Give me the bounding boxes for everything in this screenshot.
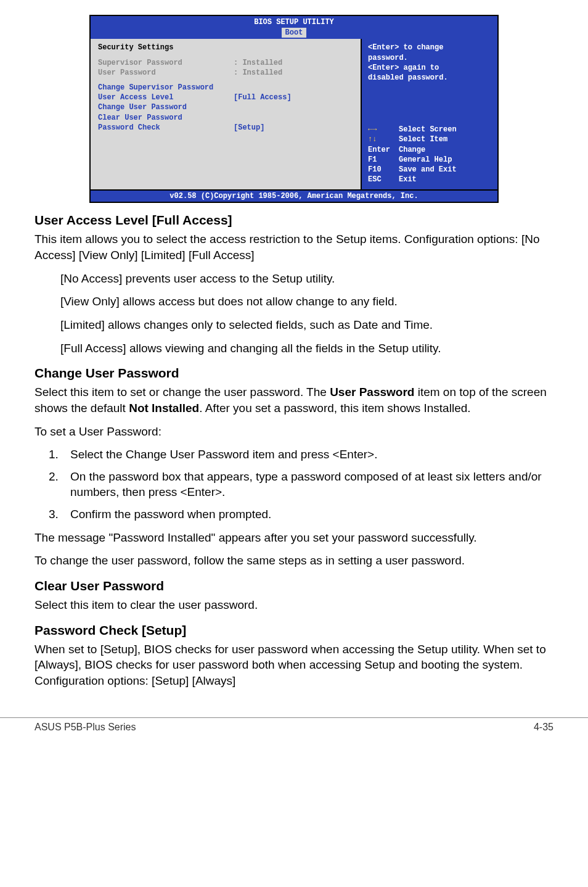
arrows-v-icon: ↑↓ bbox=[368, 134, 399, 144]
bios-key-select-item: Select Item bbox=[399, 134, 447, 144]
step-1: Select the Change User Password item and… bbox=[62, 447, 553, 463]
bios-ual-label: User Access Level bbox=[98, 93, 234, 102]
step-3: Confirm the password when prompted. bbox=[62, 506, 553, 522]
para-ual-desc: This item allows you to select the acces… bbox=[35, 231, 553, 263]
bios-pwcheck-value: [Setup] bbox=[234, 123, 264, 133]
para-cup-desc-d: Not Installed bbox=[129, 402, 199, 415]
bios-change-sup: Change Supervisor Password bbox=[98, 83, 354, 93]
footer-right: 4-35 bbox=[534, 722, 553, 733]
para-cup-desc-e: . After you set a password, this item sh… bbox=[199, 402, 470, 415]
bios-left-pane: Security Settings Supervisor Password : … bbox=[91, 39, 362, 189]
bios-user-pw-label: User Password bbox=[98, 68, 234, 78]
para-cup-change: To change the user password, follow the … bbox=[35, 553, 553, 569]
bios-key-f1-v: General Help bbox=[399, 155, 452, 165]
heading-user-access-level: User Access Level [Full Access] bbox=[35, 213, 553, 228]
bios-title: BIOS SETUP UTILITY bbox=[91, 17, 497, 27]
bios-key-f10-k: F10 bbox=[368, 165, 399, 175]
bios-key-esc-k: ESC bbox=[368, 175, 399, 184]
bios-user-pw-row: User Password : Installed bbox=[98, 68, 354, 78]
steps-list: Select the Change User Password item and… bbox=[35, 447, 553, 522]
footer-left: ASUS P5B-Plus Series bbox=[35, 722, 136, 733]
bios-footer: v02.58 (C)Copyright 1985-2006, American … bbox=[91, 189, 497, 202]
para-ual-no-access: [No Access] prevents user access to the … bbox=[60, 271, 553, 287]
bios-ual-value: [Full Access] bbox=[234, 93, 292, 102]
bios-key-enter-v: Change bbox=[399, 145, 425, 155]
bios-help-line4: disabled password. bbox=[368, 73, 491, 83]
bios-tab-boot: Boot bbox=[282, 28, 307, 38]
bios-help-line3: <Enter> again to bbox=[368, 63, 491, 73]
heading-clear-user-password: Clear User Password bbox=[35, 579, 553, 593]
para-cup-desc-a: Select this item to set or change the us… bbox=[35, 386, 330, 398]
para-clear-desc: Select this item to clear the user passw… bbox=[35, 597, 553, 613]
bios-key-enter-k: Enter bbox=[368, 145, 399, 155]
step-2: On the password box that appears, type a… bbox=[62, 469, 553, 500]
bios-help-line1: <Enter> to change bbox=[368, 43, 491, 52]
bios-keys: ←→Select Screen ↑↓Select Item EnterChang… bbox=[368, 125, 491, 184]
para-ual-view-only: [View Only] allows access but does not a… bbox=[60, 294, 553, 310]
para-cup-desc: Select this item to set or change the us… bbox=[35, 384, 553, 416]
bios-sup-pw-row: Supervisor Password : Installed bbox=[98, 58, 354, 68]
heading-password-check: Password Check [Setup] bbox=[35, 623, 553, 638]
bios-key-f10-v: Save and Exit bbox=[399, 165, 457, 175]
para-cup-desc-b: User Password bbox=[330, 386, 414, 398]
footer-rule bbox=[0, 717, 588, 718]
bios-key-esc-v: Exit bbox=[399, 175, 417, 184]
bios-user-pw-value: : Installed bbox=[234, 68, 282, 78]
page-footer: ASUS P5B-Plus Series 4-35 bbox=[0, 722, 588, 750]
bios-key-select-screen: Select Screen bbox=[399, 125, 457, 134]
bios-sup-pw-label: Supervisor Password bbox=[98, 58, 234, 68]
bios-key-f1-k: F1 bbox=[368, 155, 399, 165]
para-pwcheck-desc: When set to [Setup], BIOS checks for use… bbox=[35, 642, 553, 689]
para-cup-toset: To set a User Password: bbox=[35, 424, 553, 440]
arrows-h-icon: ←→ bbox=[368, 125, 399, 134]
bios-help-pane: <Enter> to change password. <Enter> agai… bbox=[362, 39, 497, 189]
bios-pwcheck-label: Password Check bbox=[98, 123, 234, 133]
bios-pwcheck-row: Password Check [Setup] bbox=[98, 123, 354, 133]
para-cup-installed-msg: The message "Password Installed" appears… bbox=[35, 530, 553, 546]
para-ual-full-access: [Full Access] allows viewing and changin… bbox=[60, 340, 553, 357]
bios-change-user: Change User Password bbox=[98, 102, 354, 112]
para-ual-limited: [Limited] allows changes only to selecte… bbox=[60, 317, 553, 333]
bios-sup-pw-value: : Installed bbox=[234, 58, 282, 68]
bios-ual-row: User Access Level [Full Access] bbox=[98, 93, 354, 102]
bios-screenshot: BIOS SETUP UTILITY Boot Security Setting… bbox=[89, 15, 499, 203]
bios-help-line2: password. bbox=[368, 53, 491, 63]
bios-header: BIOS SETUP UTILITY Boot bbox=[91, 16, 497, 39]
bios-clear-user: Clear User Password bbox=[98, 113, 354, 123]
heading-change-user-password: Change User Password bbox=[35, 366, 553, 381]
bios-section-title: Security Settings bbox=[98, 43, 354, 52]
